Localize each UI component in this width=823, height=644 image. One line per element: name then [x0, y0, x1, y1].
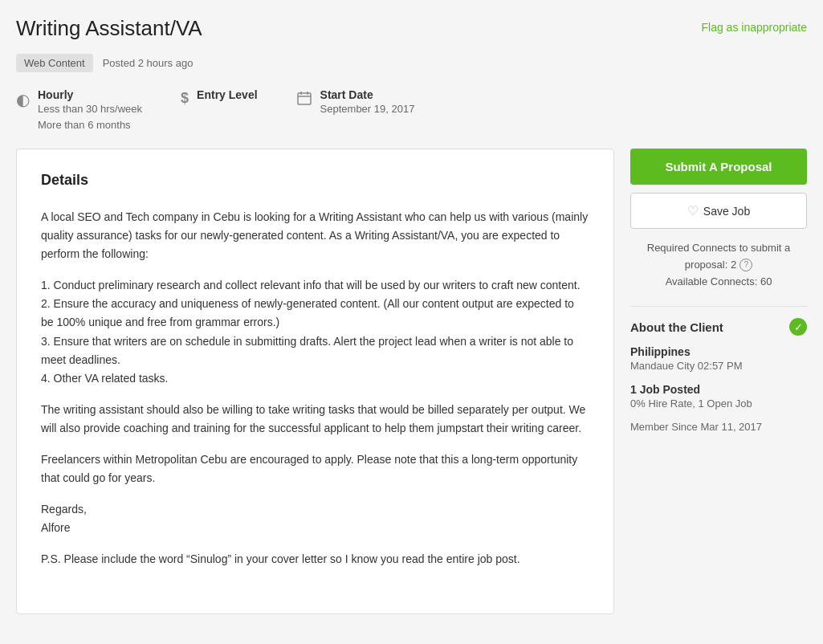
page-title: Writing Assistant/VA	[16, 16, 202, 41]
hourly-sub2: More than 6 months	[38, 117, 142, 133]
start-date-value: September 19, 2017	[320, 101, 415, 117]
level-info: $ Entry Level	[181, 88, 258, 132]
info-bar: ◐ Hourly Less than 30 hrs/week More than…	[16, 88, 807, 132]
sidebar: Submit A Proposal ♡ Save Job Required Co…	[630, 149, 807, 433]
connects-line2-row: proposal: 2 ?	[630, 257, 807, 274]
hourly-sub1: Less than 30 hrs/week	[38, 101, 142, 117]
client-section: About the Client ✓ Philippines Mandaue C…	[630, 318, 807, 433]
start-date-info: Start Date September 19, 2017	[296, 88, 415, 132]
client-section-title: About the Client	[630, 320, 723, 334]
connects-line1: Required Connects to submit a	[630, 240, 807, 257]
heart-icon: ♡	[687, 203, 699, 218]
flag-inappropriate-link[interactable]: Flag as inappropriate	[701, 21, 807, 34]
hourly-info: ◐ Hourly Less than 30 hrs/week More than…	[16, 88, 142, 132]
details-para-5: Regards, Alfore	[41, 500, 589, 537]
details-heading: Details	[41, 172, 589, 189]
connects-line3: Available Connects: 60	[630, 274, 807, 291]
client-header: About the Client ✓	[630, 318, 807, 336]
details-body: A local SEO and Tech company in Cebu is …	[41, 208, 589, 569]
verified-icon: ✓	[789, 318, 807, 336]
posted-time: Posted 2 hours ago	[103, 57, 194, 69]
dollar-icon: $	[181, 90, 189, 107]
client-country: Philippines	[630, 345, 807, 358]
divider	[630, 306, 807, 307]
details-para-2: 1. Conduct preliminary research and coll…	[41, 276, 589, 388]
clock-icon: ◐	[16, 90, 30, 109]
save-job-label: Save Job	[703, 205, 750, 218]
svg-rect-0	[298, 93, 311, 104]
details-para-1: A local SEO and Tech company in Cebu is …	[41, 208, 589, 263]
content-panel: Details A local SEO and Tech company in …	[16, 149, 614, 614]
hourly-label: Hourly	[38, 88, 142, 101]
submit-proposal-button[interactable]: Submit A Proposal	[630, 149, 807, 185]
level-label: Entry Level	[197, 88, 257, 101]
client-city-time: Mandaue City 02:57 PM	[630, 360, 807, 372]
client-hire-rate: 0% Hire Rate, 1 Open Job	[630, 397, 807, 410]
details-para-4: Freelancers within Metropolitan Cebu are…	[41, 450, 589, 487]
calendar-icon	[296, 90, 312, 110]
connects-info: Required Connects to submit a proposal: …	[630, 240, 807, 290]
details-para-6: P.S. Please include the word “Sinulog” i…	[41, 550, 589, 569]
start-date-label: Start Date	[320, 88, 415, 101]
client-member-since: Member Since Mar 11, 2017	[630, 421, 807, 433]
help-icon[interactable]: ?	[739, 259, 752, 271]
details-para-3: The writing assistant should also be wil…	[41, 401, 589, 438]
category-tag: Web Content	[16, 54, 93, 72]
save-job-button[interactable]: ♡ Save Job	[630, 193, 807, 229]
client-jobs-posted: 1 Job Posted	[630, 383, 807, 396]
